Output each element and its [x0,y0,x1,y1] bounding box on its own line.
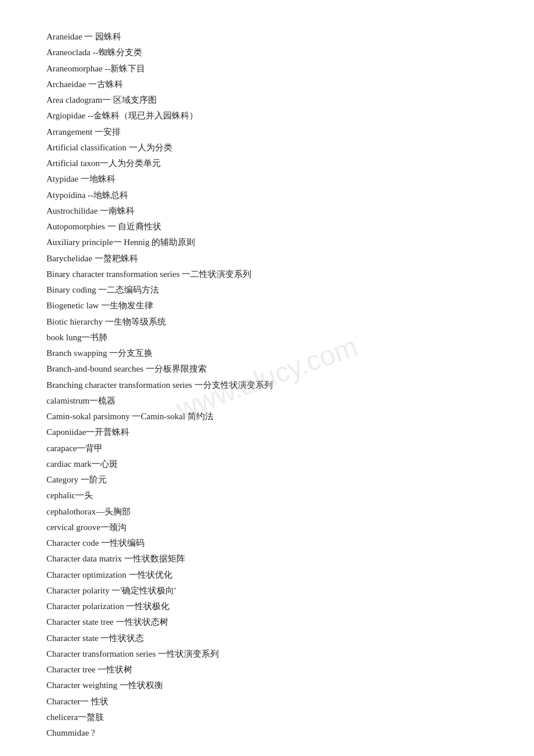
list-item: Character optimization 一性状优化 [46,567,488,582]
list-item: book lung一书肺 [46,330,488,345]
list-item: Barychelidae 一螯耙蛛科 [46,251,488,266]
list-item: cervical groove一颈沟 [46,520,488,535]
list-item: Atypidae 一地蛛科 [46,171,488,186]
list-item: Camin-sokal parsimony 一Camin-sokal 简约法 [46,409,488,424]
list-item: Araneidae 一 园蛛科 [46,29,488,44]
list-item: Branch swapping 一分支互换 [46,345,488,361]
list-item: Character transformation series 一性状演变系列 [46,646,488,661]
list-item: Biogenetic law 一生物发生律 [46,298,488,313]
list-item: Character state 一性状状态 [46,631,488,646]
list-item: Character state tree 一性状状态树 [46,614,488,629]
list-item: Category 一阶元 [46,472,488,487]
list-item: Archaeidae 一古蛛科 [46,77,488,92]
list-item: Austrochilidae 一南蛛科 [46,203,488,218]
list-item: Character tree 一性状树 [46,662,488,677]
list-item: Araneomorphae --新蛛下目 [46,61,488,76]
list-item: Araneoclada --蜘蛛分支类 [46,45,488,60]
list-item: calamistrum一梳器 [46,393,488,408]
list-item: chelicera一螯肢 [46,710,488,725]
list-item: Chummidae ? [46,725,488,740]
list-item: Argiopidae --金蛛科（现已并入园蛛科） [46,108,488,123]
list-item: Artificial taxon一人为分类单元 [46,156,488,171]
list-item: Atypoidina --地蛛总科 [46,188,488,203]
list-item: cardiac mark一心斑 [46,456,488,471]
entries-container: Araneidae 一 园蛛科Araneoclada --蜘蛛分支类Araneo… [46,29,488,740]
list-item: Character polarity 一'确定性状极向' [46,583,488,598]
list-item: Character polarization 一性状极化 [46,599,488,614]
list-item: Character一 性状 [46,694,488,709]
list-item: Caponiidae一开普蛛科 [46,424,488,440]
list-item: cephalic一头 [46,488,488,503]
list-item: Biotic hierarchy 一生物等级系统 [46,314,488,329]
list-item: Artificial classification 一人为分类 [46,140,488,155]
list-item: Binary character transformation series 一… [46,267,488,282]
list-item: carapace一背甲 [46,441,488,456]
list-item: Branching character transformation serie… [46,377,488,393]
list-item: Arrangement 一安排 [46,124,488,139]
list-item: cephalothorax—头胸部 [46,504,488,519]
list-item: Autopomorphies 一 自近裔性状 [46,219,488,234]
list-item: Character code 一性状编码 [46,535,488,550]
list-item: Character data matrix 一性状数据矩阵 [46,551,488,566]
list-item: Binary coding 一二态编码方法 [46,282,488,297]
list-item: Auxiliary principle一 Hennig 的辅助原则 [46,235,488,250]
list-item: Character weighting 一性状权衡 [46,678,488,693]
list-item: Area cladogram一 区域支序图 [46,92,488,107]
list-item: Branch-and-bound searches 一分板界限搜索 [46,361,488,376]
